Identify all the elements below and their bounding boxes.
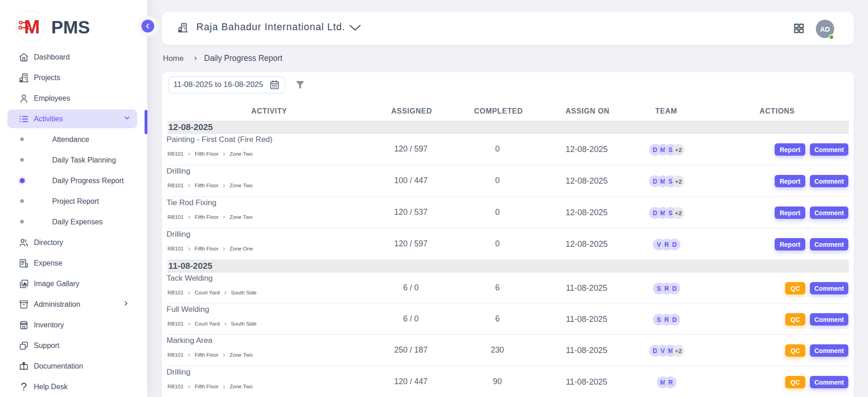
svg-text:M: M — [24, 16, 40, 38]
